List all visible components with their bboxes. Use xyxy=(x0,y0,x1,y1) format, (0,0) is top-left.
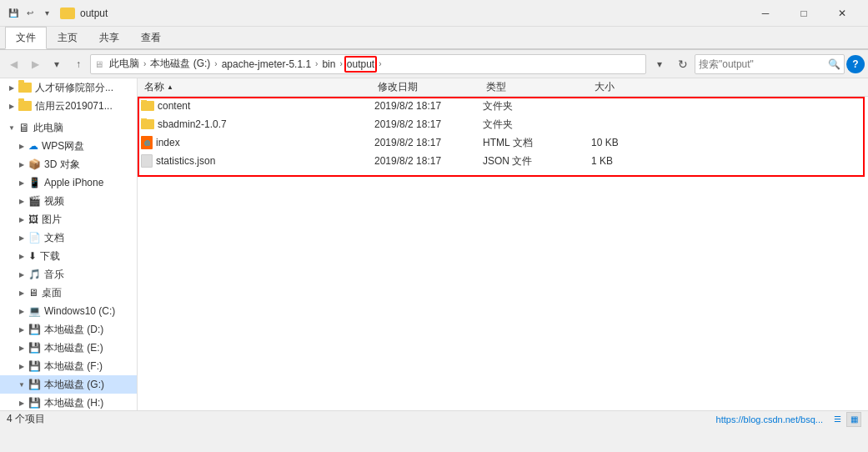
address-segment-pc[interactable]: 此电脑 xyxy=(107,57,142,71)
file-type: 文件夹 xyxy=(483,99,591,113)
file-name: content xyxy=(158,100,190,112)
close-button[interactable]: ✕ xyxy=(823,0,861,27)
save-icon[interactable]: 💾 xyxy=(7,7,20,20)
col-name-label: 名称 xyxy=(144,80,164,94)
sidebar-label: 本地磁盘 (D:) xyxy=(44,323,103,337)
folder-icon xyxy=(18,101,32,111)
sidebar-item-drive-f[interactable]: ▶ 💾 本地磁盘 (F:) xyxy=(0,357,137,375)
search-input[interactable] xyxy=(699,58,828,70)
sidebar-item-drive-g[interactable]: ▼ 💾 本地磁盘 (G:) xyxy=(0,375,137,394)
search-icon[interactable]: 🔍 xyxy=(828,58,840,70)
col-type-label: 类型 xyxy=(486,80,506,94)
expand-arrow: ▶ xyxy=(17,214,27,224)
expand-arrow: ▼ xyxy=(17,379,27,389)
file-name: statistics.json xyxy=(156,155,215,167)
sidebar-item-drive-h[interactable]: ▶ 💾 本地磁盘 (H:) xyxy=(0,394,137,410)
drive-icon: 💾 xyxy=(28,342,41,354)
address-segment-jmeter[interactable]: apache-jmeter-5.1.1 xyxy=(219,58,314,70)
file-row-content[interactable]: content 2019/8/2 18:17 文件夹 xyxy=(138,97,868,115)
sidebar-label: 人才研修院部分... xyxy=(35,81,113,95)
sidebar-item-drive-d[interactable]: ▶ 💾 本地磁盘 (D:) xyxy=(0,320,137,339)
file-row-sbadmin[interactable]: sbadmin2-1.0.7 2019/8/2 18:17 文件夹 xyxy=(138,115,868,133)
sidebar-label: 信用云2019071... xyxy=(35,99,113,113)
tab-home[interactable]: 主页 xyxy=(47,27,88,48)
file-name: index xyxy=(156,137,180,148)
sidebar-item-talent[interactable]: ▶ 人才研修院部分... xyxy=(0,78,137,97)
recent-locations-button[interactable]: ▾ xyxy=(47,54,67,74)
sidebar-label: 本地磁盘 (G:) xyxy=(44,378,104,392)
sidebar-item-pictures[interactable]: ▶ 🖼 图片 xyxy=(0,210,137,229)
3d-icon: 📦 xyxy=(28,158,41,170)
list-view-button[interactable]: ☰ xyxy=(830,412,845,427)
address-segment-bin[interactable]: bin xyxy=(319,58,338,70)
minimize-button[interactable]: ─ xyxy=(746,0,785,27)
ribbon: 文件 主页 共享 查看 xyxy=(0,27,868,49)
sidebar-label: 3D 对象 xyxy=(44,158,80,172)
sidebar-label: Windows10 (C:) xyxy=(44,305,115,317)
detail-view-button[interactable]: ▦ xyxy=(846,412,861,427)
file-date: 2019/8/2 18:17 xyxy=(374,100,483,112)
status-bar: 4 个项目 https://blog.csdn.net/bsq... ☰ ▦ xyxy=(0,410,868,427)
address-dropdown-button[interactable]: ▾ xyxy=(650,54,670,74)
website-link[interactable]: https://blog.csdn.net/bsq... xyxy=(716,414,823,424)
col-header-date[interactable]: 修改日期 xyxy=(374,78,483,96)
sort-arrow: ▲ xyxy=(167,83,173,91)
sidebar-item-docs[interactable]: ▶ 📄 文档 xyxy=(0,229,137,247)
forward-button[interactable]: ▶ xyxy=(25,54,45,74)
sidebar-item-drive-c[interactable]: ▶ 💻 Windows10 (C:) xyxy=(0,302,137,320)
file-date: 2019/8/2 18:17 xyxy=(374,155,483,167)
maximize-button[interactable]: □ xyxy=(785,0,823,27)
download-icon: ⬇ xyxy=(28,250,37,262)
sidebar-item-wps[interactable]: ▶ ☁ WPS网盘 xyxy=(0,137,137,155)
sidebar-label: WPS网盘 xyxy=(42,139,84,153)
back-button[interactable]: ◀ xyxy=(3,54,23,74)
address-pc-icon: 🖥 xyxy=(94,59,103,69)
file-row-index[interactable]: 🌐 index 2019/8/2 18:17 HTML 文档 10 KB xyxy=(138,133,868,152)
phone-icon: 📱 xyxy=(28,177,41,188)
drive-icon: 💾 xyxy=(28,397,41,409)
expand-arrow: ▶ xyxy=(7,83,17,93)
refresh-button[interactable]: ↻ xyxy=(673,54,693,74)
expand-arrow: ▶ xyxy=(17,288,27,298)
col-header-type[interactable]: 类型 xyxy=(483,78,591,96)
sidebar-label: 文档 xyxy=(44,231,64,245)
file-date: 2019/8/2 18:17 xyxy=(374,118,483,130)
sidebar-item-music[interactable]: ▶ 🎵 音乐 xyxy=(0,265,137,284)
undo-icon[interactable]: ↩ xyxy=(23,7,37,20)
address-segment-output[interactable]: output xyxy=(344,56,377,73)
drive-icon: 💾 xyxy=(28,360,41,372)
dropdown-icon[interactable]: ▾ xyxy=(40,7,53,20)
sidebar-item-3d[interactable]: ▶ 📦 3D 对象 xyxy=(0,155,137,173)
sidebar-item-drive-e[interactable]: ▶ 💾 本地磁盘 (E:) xyxy=(0,339,137,357)
tab-view[interactable]: 查看 xyxy=(130,27,172,48)
tab-share[interactable]: 共享 xyxy=(88,27,130,48)
sidebar-item-credit[interactable]: ▶ 信用云2019071... xyxy=(0,97,137,115)
up-button[interactable]: ↑ xyxy=(68,54,88,74)
col-header-name[interactable]: 名称 ▲ xyxy=(141,78,374,96)
view-buttons: ☰ ▦ xyxy=(830,412,861,427)
drive-icon: 💾 xyxy=(28,324,41,335)
tab-file[interactable]: 文件 xyxy=(5,27,47,49)
html-file-icon: 🌐 xyxy=(141,136,153,149)
window-title: output xyxy=(80,8,746,19)
file-type: JSON 文件 xyxy=(483,154,591,168)
sidebar-label: Apple iPhone xyxy=(44,177,103,188)
sidebar-item-apple-iphone[interactable]: ▶ 📱 Apple iPhone xyxy=(0,173,137,192)
address-segment-drive[interactable]: 本地磁盘 (G:) xyxy=(148,57,213,71)
expand-arrow: ▶ xyxy=(17,233,27,243)
file-list: content 2019/8/2 18:17 文件夹 sbadmin2-1.0.… xyxy=(138,97,868,410)
help-button[interactable]: ? xyxy=(846,55,865,73)
address-bar[interactable]: 🖥 此电脑 › 本地磁盘 (G:) › apache-jmeter-5.1.1 … xyxy=(90,54,646,74)
col-header-size[interactable]: 大小 xyxy=(591,78,658,96)
expand-arrow: ▶ xyxy=(17,251,27,261)
title-folder-icon xyxy=(60,8,75,19)
sidebar-item-video[interactable]: ▶ 🎬 视频 xyxy=(0,192,137,210)
sidebar-item-download[interactable]: ▶ ⬇ 下载 xyxy=(0,247,137,265)
folder-icon xyxy=(18,83,32,93)
search-bar[interactable]: 🔍 xyxy=(695,54,845,74)
sidebar-item-thispc[interactable]: ▼ 🖥 此电脑 xyxy=(0,118,137,137)
status-right: https://blog.csdn.net/bsq... ☰ ▦ xyxy=(716,412,861,427)
sidebar-item-desktop[interactable]: ▶ 🖥 桌面 xyxy=(0,284,137,302)
ribbon-tabs: 文件 主页 共享 查看 xyxy=(0,27,868,48)
file-row-statistics[interactable]: statistics.json 2019/8/2 18:17 JSON 文件 1… xyxy=(138,152,868,170)
